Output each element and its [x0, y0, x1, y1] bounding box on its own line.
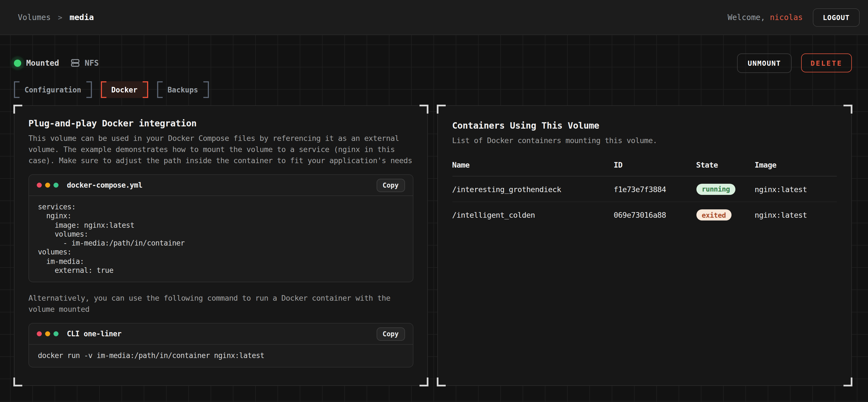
green-dot-icon [54, 182, 59, 188]
tab-docker[interactable]: Docker [101, 81, 148, 98]
column-header-image: Image [755, 160, 837, 169]
compose-code-header: docker-compose.yml Copy [29, 175, 412, 196]
containers-panel-subtitle: List of Docker containers mounting this … [452, 135, 837, 146]
red-dot-icon [37, 182, 42, 188]
amber-dot-icon [45, 331, 50, 336]
panels-row: Plug-and-play Docker integration This vo… [14, 105, 852, 386]
server-icon [71, 59, 80, 67]
column-header-name: Name [452, 160, 614, 169]
username: nicolas [770, 13, 803, 22]
cli-copy-button[interactable]: Copy [376, 327, 405, 340]
container-state-cell: running [696, 183, 755, 195]
docker-panel-title: Plug-and-play Docker integration [28, 118, 413, 129]
container-id: 069e73016a88 [614, 210, 696, 220]
container-name: /intelligent_colden [452, 210, 614, 220]
container-image: nginx:latest [755, 185, 837, 194]
compose-copy-button[interactable]: Copy [376, 178, 405, 192]
panel-corner-bracket [419, 377, 428, 387]
container-id: f1e73e7f3884 [614, 185, 696, 194]
mounted-status-dot-icon [14, 59, 21, 67]
header-right: Welcome, nicolas LOGOUT [727, 8, 860, 27]
volume-toolbar: Mounted NFS UNMOUNT DELETE [14, 35, 852, 72]
container-row: /interesting_grothendieck f1e73e7f3884 r… [452, 176, 837, 202]
driver-label: NFS [85, 59, 99, 67]
breadcrumb-volumes-link[interactable]: Volumes [18, 13, 51, 22]
cli-code-header: CLI one-liner Copy [29, 324, 412, 345]
compose-filename: docker-compose.yml [67, 181, 142, 189]
column-header-state: State [696, 160, 755, 169]
container-image: nginx:latest [755, 210, 837, 220]
tab-backups[interactable]: Backups [157, 81, 209, 98]
container-name: /interesting_grothendieck [452, 185, 614, 194]
containers-panel-title: Containers Using This Volume [452, 120, 837, 131]
tab-bar: Configuration Docker Backups [14, 81, 852, 98]
action-group: UNMOUNT DELETE [737, 53, 852, 73]
welcome-text: Welcome, nicolas [727, 13, 803, 22]
breadcrumb-current-volume: media [70, 13, 94, 22]
state-badge: exited [696, 209, 732, 221]
cli-block-title: CLI one-liner [67, 330, 121, 338]
amber-dot-icon [45, 182, 50, 188]
unmount-button[interactable]: UNMOUNT [737, 53, 792, 73]
traffic-lights-icon [37, 182, 59, 188]
panel-corner-bracket [436, 377, 445, 387]
containers-table-header: Name ID State Image [452, 160, 837, 176]
panel-corner-bracket [419, 105, 428, 113]
docker-panel-description: This volume can be used in your Docker C… [28, 133, 413, 166]
panel-corner-bracket [436, 105, 445, 113]
compose-code-block: docker-compose.yml Copy services: nginx:… [28, 174, 413, 282]
mounted-status-label: Mounted [26, 59, 59, 67]
panel-corner-bracket [843, 377, 852, 387]
page-body: Mounted NFS UNMOUNT DELETE Con [0, 35, 868, 402]
volume-detail-page: Volumes > media Welcome, nicolas LOGOUT … [0, 0, 868, 402]
containers-panel: Containers Using This Volume List of Doc… [437, 105, 852, 386]
breadcrumb-separator: > [58, 13, 62, 22]
traffic-lights-icon [37, 331, 59, 336]
green-dot-icon [54, 331, 59, 336]
column-header-id: ID [614, 160, 696, 169]
cli-intro-text: Alternatively, you can use the following… [28, 292, 413, 314]
welcome-prefix: Welcome, [727, 13, 765, 22]
cli-code-block: CLI one-liner Copy docker run -v im-medi… [28, 323, 413, 368]
app-header: Volumes > media Welcome, nicolas LOGOUT [0, 0, 868, 35]
delete-button[interactable]: DELETE [801, 54, 852, 72]
container-state-cell: exited [696, 209, 755, 221]
panel-corner-bracket [13, 377, 22, 387]
logout-button[interactable]: LOGOUT [813, 8, 860, 27]
container-row: /intelligent_colden 069e73016a88 exited … [452, 202, 837, 228]
driver-badge: NFS [71, 59, 99, 67]
panel-corner-bracket [843, 105, 852, 113]
docker-integration-panel: Plug-and-play Docker integration This vo… [14, 105, 428, 386]
compose-code: services: nginx: image: nginx:latest vol… [29, 196, 412, 282]
panel-corner-bracket [13, 105, 22, 113]
breadcrumb: Volumes > media [18, 13, 94, 22]
state-badge: running [696, 183, 735, 195]
containers-table: Name ID State Image /interesting_grothen… [452, 160, 837, 228]
tab-configuration[interactable]: Configuration [14, 81, 92, 98]
cli-code: docker run -v im-media:/path/in/containe… [29, 345, 412, 367]
status-group: Mounted NFS [14, 59, 99, 67]
red-dot-icon [37, 331, 42, 336]
mounted-status: Mounted [14, 59, 59, 67]
